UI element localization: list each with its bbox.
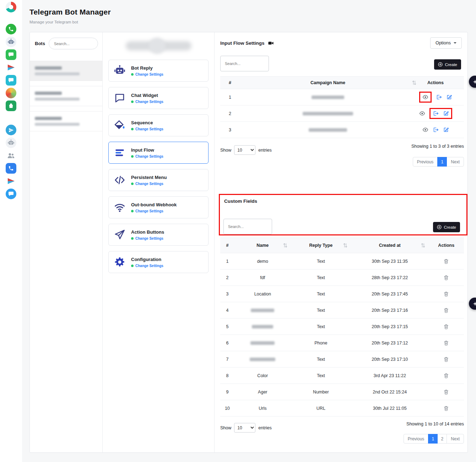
- next-page-button[interactable]: Next: [447, 434, 464, 444]
- export-button[interactable]: [433, 110, 439, 116]
- page-size-select[interactable]: 10: [234, 145, 255, 155]
- field-created-at: 20th Sep 23 17:15: [351, 324, 429, 329]
- previous-page-button[interactable]: Previous: [404, 434, 429, 444]
- view-button[interactable]: [422, 94, 428, 100]
- change-settings-link[interactable]: Change Settings: [135, 127, 163, 131]
- row-index: 6: [220, 341, 234, 346]
- custom-fields-title: Custom Fields: [224, 199, 257, 204]
- bot-list-item[interactable]: [30, 86, 102, 106]
- previous-page-button[interactable]: Previous: [413, 157, 438, 167]
- field-created-at: 20th Sep 23 17:10: [351, 357, 429, 362]
- create-custom-field-button[interactable]: Create: [433, 222, 460, 232]
- custom-fields-search-input[interactable]: [223, 219, 272, 234]
- integrations-icon[interactable]: [6, 88, 16, 98]
- change-settings-link[interactable]: Change Settings: [135, 100, 163, 104]
- delete-button[interactable]: [443, 340, 449, 346]
- row-index: 3: [220, 127, 249, 132]
- edit-button[interactable]: [443, 110, 449, 116]
- col-header-index: #: [220, 80, 249, 85]
- delete-button[interactable]: [443, 275, 449, 281]
- menu-card-input-flow[interactable]: Input Flow Change Settings: [108, 142, 209, 164]
- redacted-campaign-name: [249, 96, 407, 99]
- delete-button[interactable]: [443, 324, 449, 330]
- redacted-bot-name: [35, 66, 62, 70]
- bot-list-item[interactable]: [30, 61, 102, 81]
- view-button[interactable]: [422, 127, 428, 133]
- paper-plane-icon: [113, 229, 126, 240]
- delete-button[interactable]: [443, 259, 449, 264]
- content-card: Bots: [29, 32, 468, 453]
- menu-card-outbound-webhook[interactable]: Out-bound Webhook Change Settings: [108, 196, 209, 218]
- sort-icon[interactable]: [283, 243, 287, 248]
- delete-button[interactable]: [443, 308, 449, 313]
- export-button[interactable]: [436, 94, 442, 100]
- redacted-bot-name: [35, 117, 62, 120]
- sparkle-icon: [472, 79, 476, 85]
- col-header-actions: Actions: [407, 80, 464, 85]
- change-settings-link[interactable]: Change Settings: [135, 264, 163, 268]
- page-1-button[interactable]: 1: [437, 157, 447, 167]
- menu-card-bot-reply[interactable]: Bot Reply Change Settings: [108, 60, 209, 82]
- change-settings-link[interactable]: Change Settings: [135, 154, 163, 158]
- redacted-bot-username: [35, 98, 80, 100]
- export-button[interactable]: [433, 127, 439, 133]
- delete-button[interactable]: [443, 373, 449, 379]
- delete-button[interactable]: [443, 389, 449, 395]
- shop-icon[interactable]: [6, 100, 16, 111]
- redacted-field-name: [234, 309, 291, 312]
- bots-panel-title: Bots: [35, 41, 45, 46]
- change-settings-link[interactable]: Change Settings: [135, 237, 163, 240]
- delete-button[interactable]: [443, 406, 449, 411]
- campaign-search-input[interactable]: [220, 56, 269, 71]
- teal-chat-icon[interactable]: [6, 75, 16, 86]
- chat-bubble-icon: [113, 93, 126, 103]
- menu-card-persistent-menu[interactable]: Persistent Menu Change Settings: [108, 169, 209, 191]
- delete-button[interactable]: [443, 291, 449, 297]
- menu-card-sequence[interactable]: Sequence Change Settings: [108, 114, 209, 136]
- menu-card-chat-widget[interactable]: Chat Widget Change Settings: [108, 87, 209, 109]
- menu-card-action-buttons[interactable]: Action Buttons Change Settings: [108, 224, 209, 246]
- change-settings-link[interactable]: Change Settings: [135, 182, 163, 186]
- status-dot: [131, 265, 134, 267]
- page-1-button[interactable]: 1: [428, 434, 438, 444]
- telegram-colored-icon[interactable]: [6, 62, 16, 73]
- change-settings-link[interactable]: Change Settings: [135, 209, 163, 213]
- telegram-icon[interactable]: [6, 125, 16, 135]
- pagination: Previous 1 2 Next: [404, 434, 464, 444]
- field-reply-type: URL: [291, 406, 351, 411]
- blue-chat-icon[interactable]: [6, 189, 16, 199]
- app-logo[interactable]: [6, 2, 16, 12]
- page-size-select[interactable]: 10: [234, 423, 255, 433]
- delete-button[interactable]: [443, 357, 449, 362]
- redacted-bot-username: [35, 72, 80, 75]
- whatsapp-icon[interactable]: [6, 24, 16, 34]
- row-index: 4: [220, 308, 234, 313]
- next-page-button[interactable]: Next: [447, 157, 464, 167]
- sort-icon[interactable]: [421, 243, 425, 248]
- view-button[interactable]: [419, 110, 425, 116]
- row-index: 10: [220, 406, 234, 411]
- options-button[interactable]: Options: [430, 37, 462, 49]
- table-row: 3: [220, 122, 464, 138]
- bot-list: [30, 61, 102, 131]
- bot-gray-icon[interactable]: [6, 137, 16, 148]
- field-reply-type: Text: [291, 357, 351, 362]
- page-2-button[interactable]: 2: [437, 434, 447, 444]
- create-campaign-button[interactable]: Create: [434, 59, 461, 70]
- status-dot: [131, 155, 134, 158]
- status-dot: [131, 100, 134, 103]
- telegram-colored-2-icon[interactable]: [6, 176, 16, 186]
- call-icon[interactable]: [6, 163, 16, 174]
- chatbot-icon[interactable]: [6, 37, 16, 47]
- group-chat-icon[interactable]: [6, 150, 16, 161]
- edit-button[interactable]: [443, 127, 449, 133]
- plus-circle-icon: [438, 62, 443, 67]
- bot-list-item[interactable]: [30, 111, 102, 131]
- wa-business-icon[interactable]: [6, 49, 16, 60]
- change-settings-link[interactable]: Change Settings: [135, 72, 163, 76]
- field-reply-type: Text: [291, 308, 351, 313]
- sort-icon[interactable]: [343, 243, 347, 248]
- menu-card-configuration[interactable]: Configuration Change Settings: [108, 251, 209, 273]
- edit-button[interactable]: [446, 94, 452, 100]
- bots-search-input[interactable]: [49, 38, 98, 49]
